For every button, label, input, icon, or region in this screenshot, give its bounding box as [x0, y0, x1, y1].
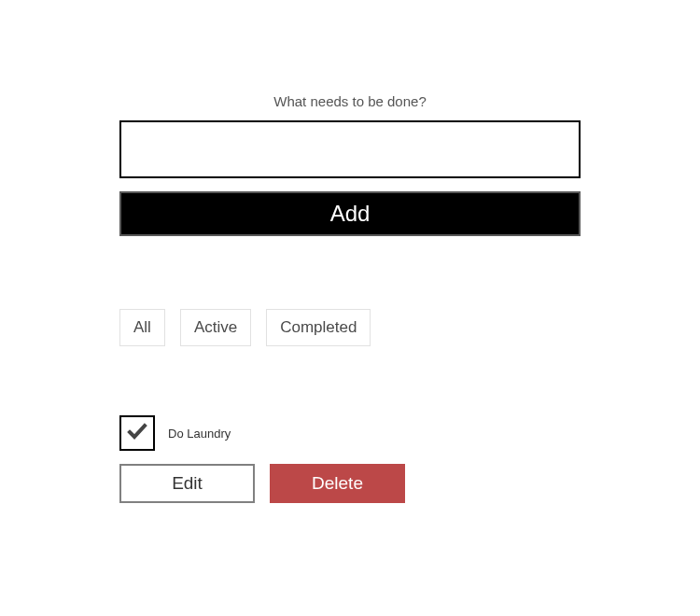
list-item: Do Laundry Edit Delete: [119, 415, 581, 503]
todo-list: Do Laundry Edit Delete: [119, 415, 581, 503]
todo-row: Do Laundry: [119, 415, 581, 451]
edit-button[interactable]: Edit: [119, 464, 255, 503]
filter-completed[interactable]: Completed: [266, 309, 371, 346]
filter-group: All Active Completed: [119, 309, 581, 346]
app-container: What needs to be done? Add All Active Co…: [119, 0, 581, 503]
todo-checkbox[interactable]: [119, 415, 155, 451]
new-task-input[interactable]: [119, 120, 581, 178]
delete-button[interactable]: Delete: [270, 464, 405, 503]
input-label: What needs to be done?: [119, 93, 581, 109]
todo-actions: Edit Delete: [119, 464, 581, 503]
filter-active[interactable]: Active: [180, 309, 251, 346]
filter-all[interactable]: All: [119, 309, 165, 346]
add-button[interactable]: Add: [119, 191, 581, 236]
check-icon: [126, 420, 148, 446]
todo-label: Do Laundry: [168, 427, 231, 441]
